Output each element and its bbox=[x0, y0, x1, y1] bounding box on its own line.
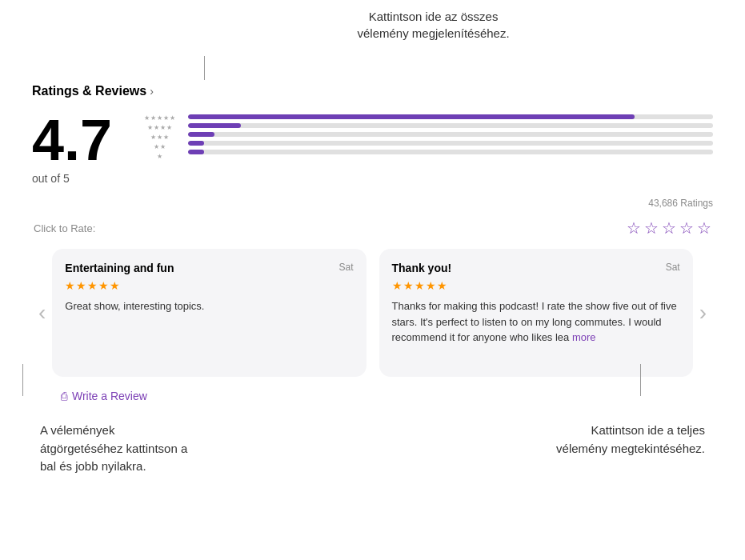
annotation-line-left bbox=[22, 364, 23, 396]
click-to-rate-row: Click to Rate: ☆ ☆ ☆ ☆ ☆ bbox=[32, 218, 713, 238]
star-row-3: ★ ★ ★ bbox=[150, 134, 169, 141]
tooltip-bottom-right: Kattintson ide a teljes vélemény megteki… bbox=[545, 422, 705, 476]
big-number: 4.7 bbox=[32, 111, 128, 169]
write-review-row[interactable]: ⎙ Write a Review bbox=[61, 390, 713, 402]
big-rating: 4.7 out of 5 bbox=[32, 111, 128, 185]
tooltip-top-line1: Kattintson ide az összes bbox=[369, 10, 499, 23]
review-card-2: Thank you! Sat ★ ★ ★ ★ ★ Thanks for maki… bbox=[379, 249, 693, 377]
star-row-1: ★ bbox=[157, 153, 162, 160]
reviews-area: ‹ Entertaining and fun Sat ★ ★ ★ ★ ★ Gre… bbox=[32, 249, 713, 377]
card-date-1: Sat bbox=[338, 262, 353, 273]
section-header[interactable]: Ratings & Reviews › bbox=[32, 84, 713, 98]
tooltip-bottom-left: A vélemények átgörgetéséhez kattintson a… bbox=[40, 422, 200, 476]
cards-container: Entertaining and fun Sat ★ ★ ★ ★ ★ Great… bbox=[52, 249, 692, 377]
ratings-count: 43,686 Ratings bbox=[32, 198, 713, 209]
card-body-2: Thanks for making this podcast! I rate t… bbox=[392, 298, 680, 346]
out-of-label: out of 5 bbox=[32, 172, 128, 185]
rate-stars[interactable]: ☆ ☆ ☆ ☆ ☆ bbox=[627, 218, 711, 238]
card-header-1: Entertaining and fun Sat bbox=[65, 262, 353, 274]
card-title-1: Entertaining and fun bbox=[65, 262, 174, 274]
bottom-tooltips: A vélemények átgörgetéséhez kattintson a… bbox=[32, 422, 713, 476]
section-title: Ratings & Reviews bbox=[32, 84, 146, 98]
bar-fill-4 bbox=[188, 123, 241, 128]
bar-track-1 bbox=[188, 150, 713, 154]
bar-fill-5 bbox=[188, 114, 635, 119]
card-body-1: Great show, interesting topics. bbox=[65, 298, 353, 314]
tooltip-top: Kattintson ide az összes vélemény megjel… bbox=[357, 8, 509, 42]
rate-star-4[interactable]: ☆ bbox=[679, 218, 694, 238]
next-arrow[interactable]: › bbox=[693, 300, 713, 326]
click-to-rate-label: Click to Rate: bbox=[34, 222, 95, 234]
rate-star-1[interactable]: ☆ bbox=[627, 218, 641, 238]
star-row-2: ★ ★ bbox=[154, 143, 166, 150]
star-row-5: ★ ★ ★ ★ ★ bbox=[144, 114, 175, 122]
card-header-2: Thank you! Sat bbox=[392, 262, 680, 274]
bar-track-4 bbox=[188, 123, 713, 128]
card-stars-2: ★ ★ ★ ★ ★ bbox=[392, 279, 680, 292]
bar-track-2 bbox=[188, 141, 713, 146]
card-stars-1: ★ ★ ★ ★ ★ bbox=[65, 279, 353, 292]
bar-fill-3 bbox=[188, 132, 214, 137]
rate-star-3[interactable]: ☆ bbox=[662, 218, 676, 238]
bars-column bbox=[188, 111, 713, 154]
card-title-2: Thank you! bbox=[392, 262, 452, 274]
bar-track-5 bbox=[188, 114, 713, 119]
tooltip-arrow-line bbox=[204, 56, 205, 80]
main-container: Kattintson ide az összes vélemény megjel… bbox=[0, 0, 745, 492]
review-card-1: Entertaining and fun Sat ★ ★ ★ ★ ★ Great… bbox=[52, 249, 366, 377]
section-chevron: › bbox=[150, 85, 154, 98]
stars-bars-container: ★ ★ ★ ★ ★ ★ ★ ★ ★ ★ ★ ★ ★ bbox=[144, 111, 713, 160]
annotation-line-right bbox=[640, 364, 641, 396]
bar-fill-2 bbox=[188, 141, 204, 146]
bar-track-3 bbox=[188, 132, 713, 137]
stars-column: ★ ★ ★ ★ ★ ★ ★ ★ ★ ★ ★ ★ ★ bbox=[144, 111, 175, 160]
rate-star-5[interactable]: ☆ bbox=[697, 218, 711, 238]
card-date-2: Sat bbox=[666, 262, 680, 273]
more-link[interactable]: more bbox=[572, 331, 596, 343]
card-body-text-2: Thanks for making this podcast! I rate t… bbox=[392, 300, 677, 343]
bar-fill-1 bbox=[188, 150, 204, 154]
prev-arrow[interactable]: ‹ bbox=[32, 300, 52, 326]
write-review-link[interactable]: Write a Review bbox=[72, 390, 147, 402]
rate-star-2[interactable]: ☆ bbox=[644, 218, 659, 238]
star-row-4: ★ ★ ★ ★ bbox=[147, 124, 172, 131]
write-review-icon: ⎙ bbox=[61, 390, 67, 402]
rating-row: 4.7 out of 5 ★ ★ ★ ★ ★ ★ ★ ★ ★ bbox=[32, 111, 713, 185]
tooltip-top-line2: vélemény megjelenítéséhez. bbox=[357, 26, 509, 40]
